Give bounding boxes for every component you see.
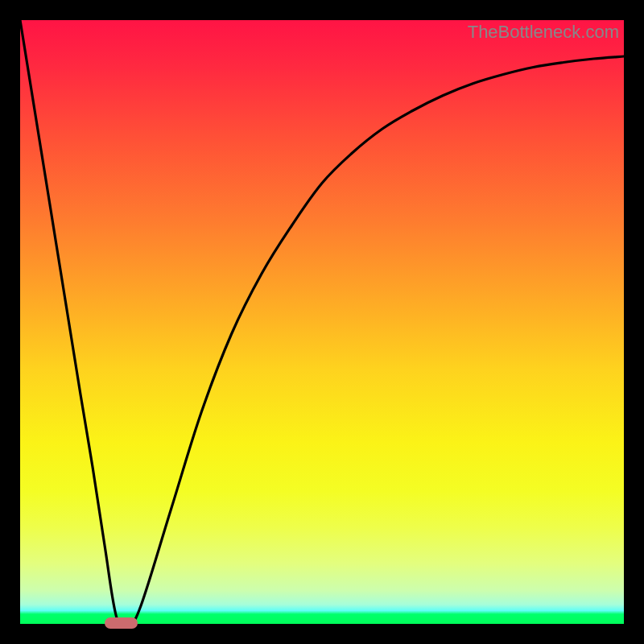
bottleneck-curve — [20, 20, 624, 624]
watermark-text: TheBottleneck.com — [468, 22, 619, 43]
optimum-marker — [105, 617, 138, 629]
curve-path — [20, 20, 624, 624]
plot-area: TheBottleneck.com — [20, 20, 624, 624]
chart-frame: TheBottleneck.com — [0, 0, 644, 644]
